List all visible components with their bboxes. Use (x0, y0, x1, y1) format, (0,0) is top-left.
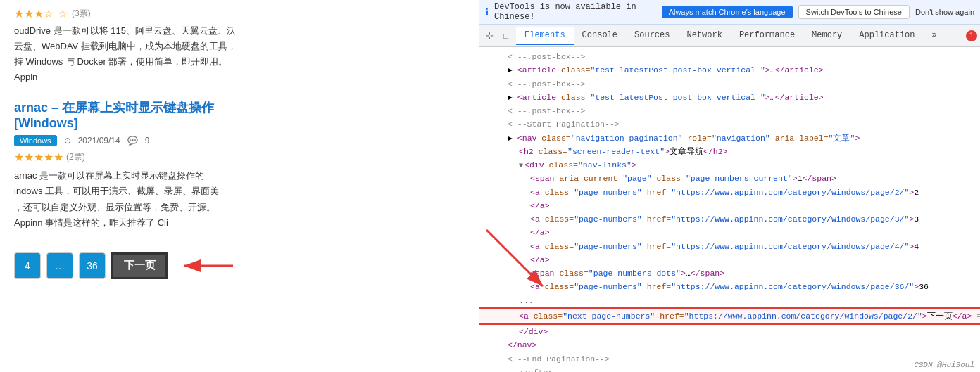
calendar-icon: ⊙ (64, 136, 71, 146)
tab-console[interactable]: Console (574, 27, 626, 45)
half-star-1: ☆ (58, 7, 68, 20)
code-line-a-page36: <a class="page-numbers" href="https://ww… (479, 280, 980, 293)
left-panel: ★★★☆ ☆ (3票) oudDrive 是一款可以将 115、阿里云盘、天翼云… (0, 0, 479, 372)
article-2-line-3: ，还可以自定义外观、显示位置等，免费、开源。 (14, 200, 465, 215)
code-line-article-1: ▶ <article class="test latestPost post-b… (479, 63, 980, 77)
tab-sources[interactable]: Sources (626, 27, 678, 45)
code-line-close-a-4: </a> (479, 253, 980, 267)
page-4-button[interactable]: 4 (14, 252, 41, 279)
tag-windows[interactable]: Windows (14, 135, 57, 146)
tab-network[interactable]: Network (678, 27, 730, 45)
code-line-a-page4: <a class="page-numbers" href="https://ww… (479, 240, 980, 253)
tab-more[interactable]: » (924, 27, 946, 45)
watermark: CSDN @HuiSoul (914, 361, 974, 369)
tab-memory[interactable]: Memory (803, 27, 850, 45)
cursor-icon[interactable]: ⊹ (482, 29, 496, 43)
code-line-article-2: ▶ <article class="test latestPost post-b… (479, 91, 980, 104)
devtools-panel: ℹ DevTools is now available in Chinese! … (479, 0, 980, 372)
pagination: 4 … 36 下一页 (14, 252, 465, 280)
review-count-2: (2票) (66, 151, 85, 163)
dont-show-button[interactable]: Don't show again (915, 8, 974, 16)
code-line-start-pagination: <!--Start Pagination--> (479, 117, 980, 131)
article-1-line-4: Appin (14, 70, 465, 85)
devtools-tabs-bar: ⊹ ☐ Elements Console Sources Network Per… (479, 25, 980, 47)
devtools-info-bar: ℹ DevTools is now available in Chinese! … (479, 0, 980, 25)
tab-elements[interactable]: Elements (516, 27, 574, 45)
article-2-line-2: indows 工具，可以用于演示、截屏、录屏、界面美 (14, 184, 465, 199)
red-arrow (180, 252, 237, 280)
article-2-comments: 9 (145, 136, 150, 146)
article-1-line-2: 云盘、WebDAV 挂载到电脑中，成为本地硬盘的工具， (14, 39, 465, 54)
code-line-span-dots: <span class="page-numbers dots">…</span> (479, 267, 980, 280)
code-line-h2: <h2 class="screen-reader-text">文章导航</h2> (479, 145, 980, 158)
code-line-end-pagination: <!--End Pagination--> (479, 352, 980, 366)
code-line-ellipsis: ... (479, 294, 980, 307)
article-2-meta: Windows ⊙ 2021/09/14 💬 9 (14, 135, 465, 146)
code-line-a-page2: <a class="page-numbers" href="https://ww… (479, 186, 980, 199)
code-line-comment-2: <!--.post-box--> (479, 77, 980, 91)
code-line-span-current: <span aria-current="page" class="page-nu… (479, 172, 980, 185)
article-2-body: arnac 是一款可以在屏幕上实时显示键盘操作的 indows 工具，可以用于演… (14, 168, 465, 230)
review-count-1: (3票) (72, 8, 91, 20)
stars-1: ★★★☆ (14, 7, 54, 20)
code-line-after: ::after (479, 366, 980, 372)
code-area[interactable]: <!--.post-box--> ▶ <article class="test … (479, 47, 980, 372)
article-1-body: oudDrive 是一款可以将 115、阿里云盘、天翼云盘、沃 云盘、WebDA… (14, 23, 465, 85)
code-line-next-page: <a class="next page-numbers" href="https… (479, 307, 980, 325)
stars-2: ★★★★★ (14, 150, 63, 164)
code-line-a-page3: <a class="page-numbers" href="https://ww… (479, 212, 980, 226)
article-2-line-1: arnac 是一款可以在屏幕上实时显示键盘操作的 (14, 168, 465, 184)
article-1-section: ★★★☆ ☆ (3票) oudDrive 是一款可以将 115、阿里云盘、天翼云… (14, 7, 465, 85)
article-1-line-3: 持 Windows 与 Docker 部署，使用简单，即开即用。 (14, 54, 465, 70)
code-line-div-navlinks: ▼<div class="nav-links"> (479, 158, 980, 172)
page-dots-button[interactable]: … (46, 252, 73, 279)
always-match-button[interactable]: Always match Chrome's language (662, 6, 793, 18)
tab-performance[interactable]: Performance (731, 27, 803, 45)
code-line-close-a-2: </a> (479, 199, 980, 212)
article-2-line-4: Appinn 事情是这样的，昨天推荐了 Cli (14, 215, 465, 231)
code-line-close-div: </div> (479, 325, 980, 338)
comment-icon: 💬 (127, 136, 138, 146)
article-2-section: arnac – 在屏幕上实时显示键盘操作 [Windows] Windows ⊙… (14, 99, 465, 230)
code-line-comment-1: <!--.post-box--> (479, 50, 980, 63)
page-36-button[interactable]: 36 (79, 252, 106, 279)
next-page-button[interactable]: 下一页 (111, 252, 168, 279)
error-badge: 1 (966, 30, 977, 41)
mobile-icon[interactable]: ☐ (499, 29, 513, 43)
code-line-nav: ▶ <nav class="navigation pagination" rol… (479, 132, 980, 145)
switch-devtools-button[interactable]: Switch DevTools to Chinese (798, 5, 910, 19)
tab-application[interactable]: Application (850, 27, 923, 45)
code-line-close-a-3: </a> (479, 226, 980, 239)
info-icon: ℹ (485, 6, 489, 18)
code-line-comment-3: <!--.post-box--> (479, 104, 980, 117)
article-1-line-1: oudDrive 是一款可以将 115、阿里云盘、天翼云盘、沃 (14, 23, 465, 39)
article-2-title[interactable]: arnac – 在屏幕上实时显示键盘操作 [Windows] (14, 99, 465, 131)
code-line-close-nav: </nav> (479, 338, 980, 352)
article-2-date: 2021/09/14 (78, 136, 120, 146)
info-text: DevTools is now available in Chinese! (494, 2, 656, 22)
